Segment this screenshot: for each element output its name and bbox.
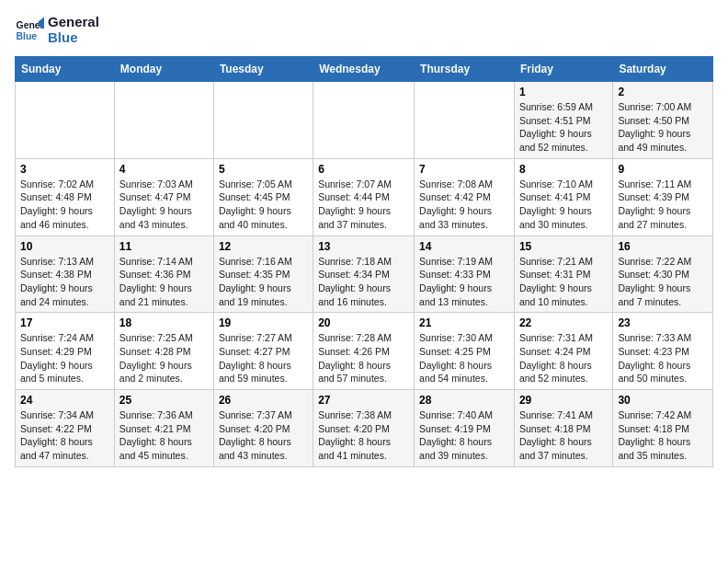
logo-icon: General Blue <box>15 16 44 45</box>
day-info: Sunrise: 7:27 AM Sunset: 4:27 PM Dayligh… <box>219 331 308 385</box>
day-number: 18 <box>119 316 209 329</box>
day-number: 3 <box>20 163 109 176</box>
day-info: Sunrise: 7:30 AM Sunset: 4:25 PM Dayligh… <box>419 331 509 385</box>
day-info: Sunrise: 7:11 AM Sunset: 4:39 PM Dayligh… <box>618 178 708 232</box>
weekday-header-saturday: Saturday <box>613 57 713 82</box>
day-number: 20 <box>318 316 409 329</box>
weekday-header-wednesday: Wednesday <box>313 57 415 82</box>
day-info: Sunrise: 7:22 AM Sunset: 4:30 PM Dayligh… <box>618 255 708 309</box>
day-info: Sunrise: 7:40 AM Sunset: 4:19 PM Dayligh… <box>419 408 509 463</box>
weekday-header-sunday: Sunday <box>16 57 115 82</box>
calendar-week-5: 24Sunrise: 7:34 AM Sunset: 4:22 PM Dayli… <box>16 390 713 467</box>
day-number: 29 <box>519 394 608 407</box>
day-number: 7 <box>419 163 509 176</box>
day-number: 26 <box>219 394 308 407</box>
day-number: 12 <box>219 240 308 253</box>
day-number: 30 <box>618 394 708 407</box>
calendar-cell <box>415 82 515 159</box>
day-info: Sunrise: 7:28 AM Sunset: 4:26 PM Dayligh… <box>318 331 409 385</box>
day-info: Sunrise: 7:33 AM Sunset: 4:23 PM Dayligh… <box>618 331 708 385</box>
day-info: Sunrise: 7:16 AM Sunset: 4:35 PM Dayligh… <box>219 255 308 309</box>
calendar-cell: 9Sunrise: 7:11 AM Sunset: 4:39 PM Daylig… <box>613 158 713 236</box>
day-info: Sunrise: 7:41 AM Sunset: 4:18 PM Dayligh… <box>519 408 608 463</box>
day-info: Sunrise: 7:25 AM Sunset: 4:28 PM Dayligh… <box>119 331 209 385</box>
calendar-cell: 24Sunrise: 7:34 AM Sunset: 4:22 PM Dayli… <box>16 390 115 467</box>
day-number: 16 <box>618 240 708 253</box>
day-info: Sunrise: 7:10 AM Sunset: 4:41 PM Dayligh… <box>519 178 608 232</box>
logo-blue: Blue <box>48 30 99 46</box>
day-number: 17 <box>20 316 109 329</box>
day-info: Sunrise: 7:36 AM Sunset: 4:21 PM Dayligh… <box>119 408 209 463</box>
calendar-cell: 5Sunrise: 7:05 AM Sunset: 4:45 PM Daylig… <box>213 158 313 236</box>
day-info: Sunrise: 7:02 AM Sunset: 4:48 PM Dayligh… <box>20 178 109 232</box>
svg-text:Blue: Blue <box>17 30 38 40</box>
calendar-cell: 16Sunrise: 7:22 AM Sunset: 4:30 PM Dayli… <box>613 236 713 313</box>
calendar-week-3: 10Sunrise: 7:13 AM Sunset: 4:38 PM Dayli… <box>16 236 713 313</box>
day-number: 9 <box>618 163 708 176</box>
day-info: Sunrise: 7:18 AM Sunset: 4:34 PM Dayligh… <box>318 255 409 309</box>
day-info: Sunrise: 7:31 AM Sunset: 4:24 PM Dayligh… <box>519 331 608 385</box>
calendar-cell: 11Sunrise: 7:14 AM Sunset: 4:36 PM Dayli… <box>114 236 213 313</box>
calendar-cell: 27Sunrise: 7:38 AM Sunset: 4:20 PM Dayli… <box>313 390 415 467</box>
day-info: Sunrise: 7:08 AM Sunset: 4:42 PM Dayligh… <box>419 178 509 232</box>
weekday-header-tuesday: Tuesday <box>213 57 313 82</box>
calendar-week-4: 17Sunrise: 7:24 AM Sunset: 4:29 PM Dayli… <box>16 313 713 390</box>
day-info: Sunrise: 6:59 AM Sunset: 4:51 PM Dayligh… <box>519 100 608 155</box>
day-number: 4 <box>119 163 209 176</box>
day-number: 15 <box>519 240 608 253</box>
day-number: 28 <box>419 394 509 407</box>
calendar-cell: 17Sunrise: 7:24 AM Sunset: 4:29 PM Dayli… <box>16 313 115 390</box>
calendar-cell: 28Sunrise: 7:40 AM Sunset: 4:19 PM Dayli… <box>415 390 515 467</box>
day-info: Sunrise: 7:21 AM Sunset: 4:31 PM Dayligh… <box>519 255 608 309</box>
day-number: 19 <box>219 316 308 329</box>
day-number: 22 <box>519 316 608 329</box>
day-number: 14 <box>419 240 509 253</box>
calendar-cell <box>16 82 115 159</box>
calendar-cell: 10Sunrise: 7:13 AM Sunset: 4:38 PM Dayli… <box>16 236 115 313</box>
day-info: Sunrise: 7:05 AM Sunset: 4:45 PM Dayligh… <box>219 178 308 232</box>
day-number: 24 <box>20 394 109 407</box>
calendar-cell: 13Sunrise: 7:18 AM Sunset: 4:34 PM Dayli… <box>313 236 415 313</box>
calendar-cell: 3Sunrise: 7:02 AM Sunset: 4:48 PM Daylig… <box>16 158 115 236</box>
calendar-cell: 6Sunrise: 7:07 AM Sunset: 4:44 PM Daylig… <box>313 158 415 236</box>
day-number: 2 <box>618 86 708 98</box>
calendar-cell: 26Sunrise: 7:37 AM Sunset: 4:20 PM Dayli… <box>213 390 313 467</box>
day-number: 11 <box>119 240 209 253</box>
day-info: Sunrise: 7:13 AM Sunset: 4:38 PM Dayligh… <box>20 255 109 309</box>
day-info: Sunrise: 7:38 AM Sunset: 4:20 PM Dayligh… <box>318 408 409 463</box>
calendar-cell: 7Sunrise: 7:08 AM Sunset: 4:42 PM Daylig… <box>415 158 515 236</box>
day-number: 25 <box>119 394 209 407</box>
day-info: Sunrise: 7:37 AM Sunset: 4:20 PM Dayligh… <box>219 408 308 463</box>
weekday-header-monday: Monday <box>114 57 213 82</box>
day-number: 23 <box>618 316 708 329</box>
page-header: General Blue General Blue <box>15 15 713 45</box>
calendar-cell: 20Sunrise: 7:28 AM Sunset: 4:26 PM Dayli… <box>313 313 415 390</box>
day-info: Sunrise: 7:03 AM Sunset: 4:47 PM Dayligh… <box>119 178 209 232</box>
day-info: Sunrise: 7:24 AM Sunset: 4:29 PM Dayligh… <box>20 331 109 385</box>
day-info: Sunrise: 7:00 AM Sunset: 4:50 PM Dayligh… <box>618 100 708 155</box>
day-number: 8 <box>519 163 608 176</box>
calendar-cell: 23Sunrise: 7:33 AM Sunset: 4:23 PM Dayli… <box>613 313 713 390</box>
weekday-header-thursday: Thursday <box>415 57 515 82</box>
logo: General Blue General Blue <box>15 15 99 45</box>
day-info: Sunrise: 7:19 AM Sunset: 4:33 PM Dayligh… <box>419 255 509 309</box>
calendar-cell: 30Sunrise: 7:42 AM Sunset: 4:18 PM Dayli… <box>613 390 713 467</box>
calendar-cell: 19Sunrise: 7:27 AM Sunset: 4:27 PM Dayli… <box>213 313 313 390</box>
day-number: 13 <box>318 240 409 253</box>
calendar-cell <box>213 82 313 159</box>
day-number: 5 <box>219 163 308 176</box>
weekday-header-row: SundayMondayTuesdayWednesdayThursdayFrid… <box>16 57 713 82</box>
calendar-cell: 21Sunrise: 7:30 AM Sunset: 4:25 PM Dayli… <box>415 313 515 390</box>
calendar-cell: 12Sunrise: 7:16 AM Sunset: 4:35 PM Dayli… <box>213 236 313 313</box>
day-info: Sunrise: 7:42 AM Sunset: 4:18 PM Dayligh… <box>618 408 708 463</box>
day-number: 27 <box>318 394 409 407</box>
calendar-table: SundayMondayTuesdayWednesdayThursdayFrid… <box>15 56 713 467</box>
calendar-cell: 2Sunrise: 7:00 AM Sunset: 4:50 PM Daylig… <box>613 82 713 159</box>
day-number: 6 <box>318 163 409 176</box>
logo-general: General <box>48 15 99 30</box>
day-info: Sunrise: 7:34 AM Sunset: 4:22 PM Dayligh… <box>20 408 109 463</box>
calendar-cell: 4Sunrise: 7:03 AM Sunset: 4:47 PM Daylig… <box>114 158 213 236</box>
calendar-cell: 18Sunrise: 7:25 AM Sunset: 4:28 PM Dayli… <box>114 313 213 390</box>
day-number: 1 <box>519 86 608 98</box>
calendar-week-2: 3Sunrise: 7:02 AM Sunset: 4:48 PM Daylig… <box>16 158 713 236</box>
